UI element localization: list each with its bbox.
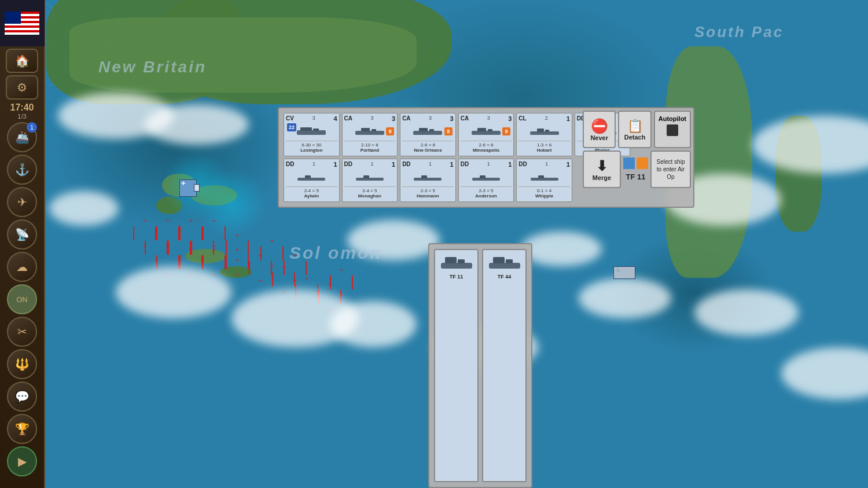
award-button[interactable]: 🏆: [7, 414, 37, 444]
land-new-britain: [69, 17, 417, 93]
ship-num-cv: 3: [312, 115, 315, 121]
naval-icon: ⚓: [15, 163, 30, 177]
minneapolis-icon: 8: [461, 123, 512, 140]
minneapolis-badge: 8: [502, 127, 510, 135]
tf11-label: TF 11: [437, 274, 475, 280]
cloud-3: [116, 266, 231, 318]
portland-badge: 8: [386, 127, 394, 135]
aylwin-icon: [286, 169, 337, 185]
action-panel: ⛔ Never 📋 Detach Autopilot ⬇ Merge: [580, 108, 693, 190]
unit-button[interactable]: 🚢 1: [7, 122, 37, 152]
flag-canton: [5, 12, 21, 24]
svg-rect-24: [356, 178, 384, 181]
play-button[interactable]: ▶: [7, 446, 37, 476]
svg-rect-33: [445, 257, 457, 263]
ship-card-lexington[interactable]: CV 3 4 22 6-30 = 30 Lexington: [284, 113, 340, 156]
monaghan-icon: [344, 169, 396, 185]
ship-card-hammann[interactable]: DD 1 1 2-3 = 5 Hammann: [400, 159, 456, 202]
svg-rect-35: [489, 263, 520, 269]
svg-rect-30: [531, 178, 558, 181]
home-button[interactable]: 🏠: [6, 49, 38, 73]
svg-rect-7: [355, 131, 384, 135]
ship-card-minneapolis[interactable]: CA 3 3 8 2-6 = 8 Minneapolis: [458, 113, 514, 156]
home-icon: 🏠: [15, 54, 30, 68]
svg-rect-18: [545, 130, 549, 132]
flag: [5, 12, 39, 35]
autopilot-button[interactable]: Autopilot: [654, 111, 691, 148]
tf-section: TF 11: [623, 151, 648, 188]
weather-icon: ☁: [16, 260, 28, 274]
svg-rect-9: [372, 129, 376, 131]
hobart-icon: [518, 123, 570, 140]
svg-rect-27: [421, 175, 427, 178]
sub-button[interactable]: 🔱: [7, 349, 37, 379]
select-air-op-label: Select ship to enter Air Op: [655, 158, 686, 181]
time-display: 17:40: [10, 102, 34, 113]
action-row-2: ⬇ Merge TF 11 Select ship to enter Air O…: [583, 151, 691, 188]
map-unit-label-1: 1: [194, 184, 200, 192]
ship-card-monaghan[interactable]: DD 1 1 2-4 = 5 Monaghan: [342, 159, 398, 202]
svg-rect-15: [488, 129, 492, 131]
cloud-9: [579, 278, 671, 318]
cv-ship-icon: 22: [286, 123, 337, 140]
tf44-label: TF 44: [486, 274, 523, 280]
svg-rect-4: [297, 130, 326, 135]
cloud-6: [347, 220, 440, 260]
ship-card-anderson[interactable]: DD 1 1 2-3 = 5 Anderson: [458, 159, 514, 202]
svg-rect-17: [537, 129, 544, 132]
settings-icon: ⚙: [17, 80, 27, 94]
tf-selector-panel: TF 11 TF 44: [428, 243, 532, 488]
cloud-2: [145, 104, 249, 145]
ship-card-portland[interactable]: CA 3 3 8 2-10 = 8 Portland: [342, 113, 398, 156]
radar-button[interactable]: 📡: [7, 219, 37, 249]
chat-button[interactable]: 💬: [7, 381, 37, 412]
ship-card-whipple[interactable]: DD 1 1 0-1 = 4 Whipple: [516, 159, 572, 202]
air-button[interactable]: ✈: [7, 187, 37, 217]
sidebar: 🏠 ⚙ 17:40 1/3 🚢 1 ⚓ ✈ 📡 ☁ ON ✂ 🔱 💬 🏆 ▶: [0, 0, 45, 488]
svg-rect-12: [429, 129, 434, 131]
svg-rect-8: [361, 128, 370, 131]
cloud-12: [694, 289, 799, 336]
ship-type-ca1: CA: [344, 115, 352, 122]
play-icon: ▶: [18, 454, 27, 468]
detach-button[interactable]: 📋 Detach: [618, 111, 651, 148]
unit-badge: 1: [27, 122, 37, 133]
map-unit-2[interactable]: ⚓: [613, 266, 635, 279]
svg-rect-28: [472, 178, 500, 181]
tf44-card[interactable]: TF 44: [482, 249, 527, 482]
naval-button[interactable]: ⚓: [7, 155, 37, 185]
svg-rect-22: [297, 178, 325, 181]
sub-icon: 🔱: [15, 357, 30, 371]
ship-count-cv: 4: [333, 115, 337, 122]
ship-card-neworleans[interactable]: CA 3 3 8 2-6 = 8 New Orleans: [400, 113, 456, 156]
svg-rect-6: [313, 129, 319, 131]
sidebar-top: [0, 0, 45, 46]
settings-button[interactable]: ⚙: [6, 75, 38, 100]
combat-button[interactable]: ✂: [7, 317, 37, 347]
portland-ship-icon: 8: [344, 123, 396, 140]
merge-button[interactable]: ⬇ Merge: [583, 151, 621, 188]
svg-rect-29: [480, 175, 486, 178]
movement-button[interactable]: ON: [7, 284, 37, 314]
time-container: 17:40 1/3: [10, 102, 34, 120]
lexington-stats: 6-30 = 30: [286, 141, 337, 148]
air-icon: ✈: [17, 195, 27, 209]
svg-rect-31: [538, 175, 544, 178]
cloud-8: [521, 232, 602, 266]
tf11-card[interactable]: TF 11: [434, 249, 479, 482]
chat-icon: 💬: [15, 390, 30, 403]
tf-blue-square: [623, 157, 635, 169]
tf-color-squares: [623, 157, 648, 169]
cloud-14: [49, 191, 119, 226]
ship-card-hobart[interactable]: CL 2 1 1-3 = 6 Hobart: [516, 113, 572, 156]
ship-card-aylwin[interactable]: DD 1 1 2-4 = 5 Aylwin: [284, 159, 340, 202]
svg-rect-32: [441, 263, 472, 269]
anderson-icon: [461, 169, 512, 185]
autopilot-label: Autopilot: [659, 115, 686, 122]
weather-button[interactable]: ☁: [7, 252, 37, 282]
svg-rect-37: [506, 259, 513, 263]
select-air-op-section: Select ship to enter Air Op: [650, 151, 691, 188]
never-button[interactable]: ⛔ Never: [583, 111, 616, 148]
ship-icon: 🚢: [15, 130, 30, 144]
svg-rect-25: [363, 175, 369, 178]
